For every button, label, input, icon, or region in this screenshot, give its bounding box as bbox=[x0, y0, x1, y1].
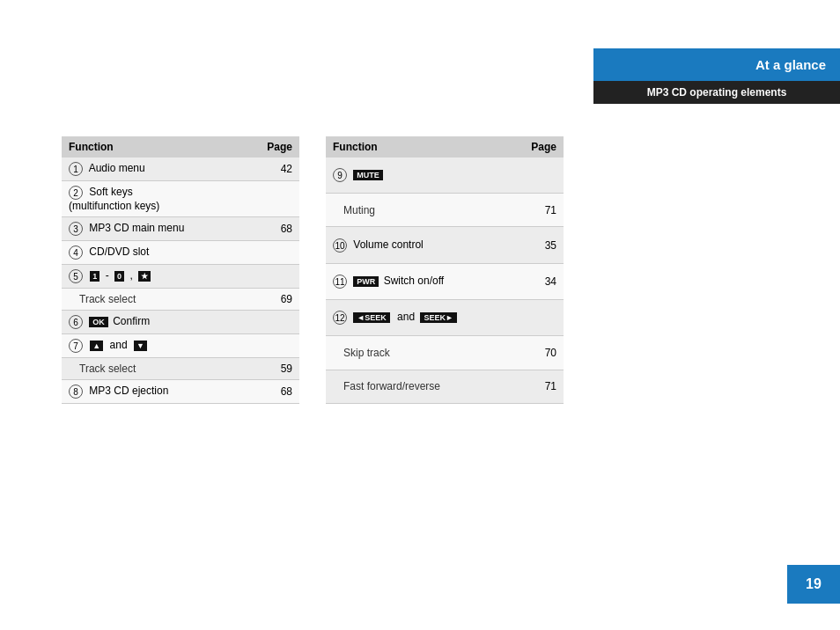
row-page bbox=[252, 311, 299, 334]
switch-label: Switch on/off bbox=[384, 275, 444, 287]
row-page bbox=[252, 181, 299, 217]
table-row: Fast forward/reverse 71 bbox=[326, 370, 564, 403]
row-page bbox=[516, 158, 564, 194]
row-page: 42 bbox=[252, 158, 299, 181]
pwr-badge: PWR bbox=[353, 276, 379, 287]
table-row: 4 CD/DVD slot bbox=[62, 241, 299, 265]
row-label: Volume control bbox=[353, 238, 423, 251]
row-cell: 5 1 - 0 , ★ bbox=[62, 265, 252, 289]
left-col-page: Page bbox=[252, 136, 299, 158]
row-label: Skip track bbox=[343, 347, 390, 359]
row-number: 12 bbox=[333, 311, 347, 325]
table-row: 8 MP3 CD ejection 68 bbox=[62, 380, 299, 404]
and-label: and bbox=[110, 339, 128, 351]
row-page: 34 bbox=[516, 263, 564, 299]
ok-badge: OK bbox=[89, 317, 108, 327]
comma-separator: , bbox=[129, 269, 132, 282]
row-cell: 4 CD/DVD slot bbox=[62, 241, 252, 265]
left-function-table: Function Page 1 Audio menu 42 2 Soft key… bbox=[62, 136, 299, 404]
row-number: 7 bbox=[69, 339, 83, 353]
row-cell: 7 ▲ and ▼ bbox=[62, 334, 252, 358]
left-col-function: Function bbox=[62, 136, 252, 158]
row-page: 71 bbox=[516, 194, 564, 227]
table-row: Track select 59 bbox=[62, 358, 299, 380]
row-page: 70 bbox=[516, 336, 564, 370]
row-number: 10 bbox=[333, 238, 347, 253]
row-label: Muting bbox=[343, 204, 375, 216]
row-cell: 2 Soft keys(multifunction keys) bbox=[62, 181, 252, 217]
at-a-glance-label: At a glance bbox=[593, 48, 840, 81]
row-number: 4 bbox=[69, 245, 83, 260]
row-cell-continuation: Fast forward/reverse bbox=[326, 370, 516, 403]
icon-zero: 0 bbox=[114, 271, 124, 282]
row-page bbox=[252, 241, 299, 265]
mute-badge: MUTE bbox=[353, 170, 383, 180]
row-cell-continuation: Muting bbox=[326, 194, 516, 227]
row-cell: 3 MP3 CD main menu bbox=[62, 217, 252, 241]
row-cell: 1 Audio menu bbox=[62, 158, 252, 181]
row-cell: 8 MP3 CD ejection bbox=[62, 380, 252, 404]
row-page: 71 bbox=[516, 370, 564, 403]
subtitle-label: MP3 CD operating elements bbox=[593, 81, 840, 104]
table-row: 10 Volume control 35 bbox=[326, 227, 564, 263]
and-label: and bbox=[397, 311, 415, 323]
row-page bbox=[252, 334, 299, 358]
row-page: 59 bbox=[252, 358, 299, 380]
seek-fwd-badge: SEEK► bbox=[420, 312, 456, 323]
table-row: 11 PWR Switch on/off 34 bbox=[326, 263, 564, 299]
table-row: Muting 71 bbox=[326, 194, 564, 227]
row-cell-continuation: Track select bbox=[62, 358, 252, 380]
row-label: Track select bbox=[79, 363, 136, 375]
row-page: 69 bbox=[252, 289, 299, 311]
row-page bbox=[516, 300, 564, 336]
table-row: 7 ▲ and ▼ bbox=[62, 334, 299, 358]
table-row: 12 ◄SEEK and SEEK► bbox=[326, 300, 564, 336]
row-label: MP3 CD main menu bbox=[89, 222, 184, 234]
row-page bbox=[252, 265, 299, 289]
row-cell: 9 MUTE bbox=[326, 158, 516, 194]
seek-back-badge: ◄SEEK bbox=[353, 312, 389, 323]
table-row: 9 MUTE bbox=[326, 158, 564, 194]
row-number: 11 bbox=[333, 275, 347, 289]
row-cell-continuation: Track select bbox=[62, 289, 252, 311]
header-area: At a glance MP3 CD operating elements bbox=[593, 48, 840, 104]
right-col-function: Function bbox=[326, 136, 516, 158]
tables-container: Function Page 1 Audio menu 42 2 Soft key… bbox=[62, 136, 564, 404]
row-number: 6 bbox=[69, 315, 83, 329]
row-number: 5 bbox=[69, 269, 83, 283]
table-row: 3 MP3 CD main menu 68 bbox=[62, 217, 299, 241]
page-number: 19 bbox=[806, 576, 822, 592]
table-row: 6 OK Confirm bbox=[62, 311, 299, 334]
row-cell: 11 PWR Switch on/off bbox=[326, 263, 516, 299]
table-row: 1 Audio menu 42 bbox=[62, 158, 299, 181]
up-arrow-icon: ▲ bbox=[90, 341, 103, 351]
row-cell: 12 ◄SEEK and SEEK► bbox=[326, 300, 516, 336]
icon-one: 1 bbox=[90, 271, 99, 282]
row-cell: 10 Volume control bbox=[326, 227, 516, 263]
table-row: 5 1 - 0 , ★ bbox=[62, 265, 299, 289]
right-col-page: Page bbox=[516, 136, 564, 158]
page-number-box: 19 bbox=[787, 565, 840, 604]
row-page: 68 bbox=[252, 380, 299, 404]
row-page: 68 bbox=[252, 217, 299, 241]
row-number: 8 bbox=[69, 385, 83, 399]
row-label: Fast forward/reverse bbox=[343, 380, 440, 392]
table-row: 2 Soft keys(multifunction keys) bbox=[62, 181, 299, 217]
row-label: Audio menu bbox=[89, 162, 145, 174]
row-number: 1 bbox=[69, 162, 83, 176]
row-label: Track select bbox=[79, 293, 136, 305]
row-cell: 6 OK Confirm bbox=[62, 311, 252, 334]
row-number: 2 bbox=[69, 186, 83, 200]
row-cell-continuation: Skip track bbox=[326, 336, 516, 370]
row-page: 35 bbox=[516, 227, 564, 263]
table-row: Track select 69 bbox=[62, 289, 299, 311]
row-number: 3 bbox=[69, 222, 83, 236]
row-label: CD/DVD slot bbox=[89, 245, 149, 258]
right-function-table: Function Page 9 MUTE Muting 71 bbox=[326, 136, 564, 404]
icon-star: ★ bbox=[138, 271, 151, 282]
row-label: MP3 CD ejection bbox=[89, 385, 168, 397]
confirm-label: Confirm bbox=[113, 315, 150, 327]
row-number: 9 bbox=[333, 168, 347, 182]
down-arrow-icon: ▼ bbox=[134, 341, 147, 351]
dash-separator: - bbox=[106, 269, 109, 282]
